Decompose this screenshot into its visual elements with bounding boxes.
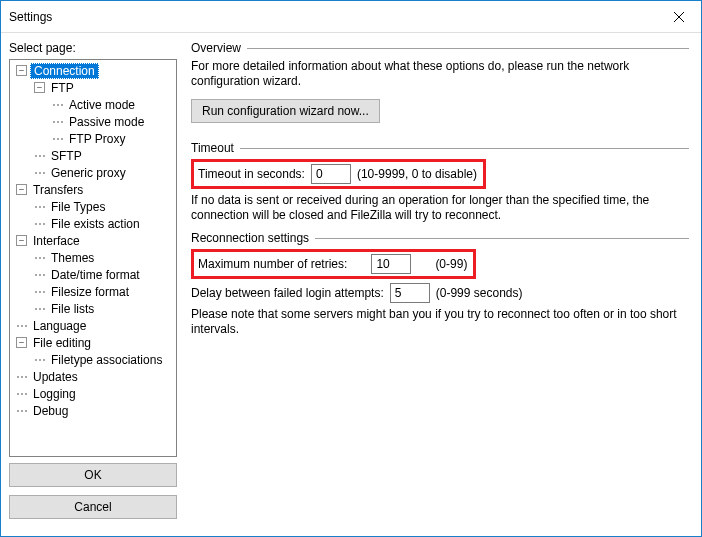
overview-title: Overview — [191, 41, 241, 55]
settings-tree[interactable]: −Connection −FTP ⋯Active mode ⋯Passive m… — [9, 59, 177, 457]
window-title: Settings — [9, 10, 657, 24]
tree-file-editing[interactable]: File editing — [30, 336, 94, 350]
timeout-hint: (10-9999, 0 to disable) — [357, 167, 477, 181]
left-panel: Select page: −Connection −FTP ⋯Active mo… — [1, 33, 185, 535]
timeout-input[interactable] — [311, 164, 351, 184]
tree-ftp[interactable]: FTP — [48, 81, 77, 95]
retries-hint: (0-99) — [435, 257, 467, 271]
expand-icon[interactable]: − — [16, 337, 27, 348]
tree-generic-proxy[interactable]: Generic proxy — [48, 166, 129, 180]
close-icon — [674, 12, 684, 22]
delay-input[interactable] — [390, 283, 430, 303]
expand-icon[interactable]: − — [16, 65, 27, 76]
expand-icon[interactable]: − — [16, 184, 27, 195]
tree-debug[interactable]: Debug — [30, 404, 71, 418]
tree-active-mode[interactable]: Active mode — [66, 98, 138, 112]
overview-text: For more detailed information about what… — [191, 59, 689, 89]
tree-datetime[interactable]: Date/time format — [48, 268, 143, 282]
tree-themes[interactable]: Themes — [48, 251, 97, 265]
cancel-button[interactable]: Cancel — [9, 495, 177, 519]
expand-icon[interactable]: − — [16, 235, 27, 246]
tree-file-types[interactable]: File Types — [48, 200, 108, 214]
reconnect-title: Reconnection settings — [191, 231, 309, 245]
tree-sftp[interactable]: SFTP — [48, 149, 85, 163]
ok-button[interactable]: OK — [9, 463, 177, 487]
tree-logging[interactable]: Logging — [30, 387, 79, 401]
settings-content: Overview For more detailed information a… — [185, 33, 701, 535]
tree-filesize[interactable]: Filesize format — [48, 285, 132, 299]
tree-filelists[interactable]: File lists — [48, 302, 97, 316]
run-wizard-button[interactable]: Run configuration wizard now... — [191, 99, 380, 123]
tree-connection[interactable]: Connection — [30, 63, 99, 79]
titlebar: Settings — [1, 1, 701, 33]
tree-passive-mode[interactable]: Passive mode — [66, 115, 147, 129]
tree-interface[interactable]: Interface — [30, 234, 83, 248]
retries-label: Maximum number of retries: — [198, 257, 347, 271]
retries-highlight: Maximum number of retries: (0-99) — [191, 249, 476, 279]
tree-file-exists[interactable]: File exists action — [48, 217, 143, 231]
tree-transfers[interactable]: Transfers — [30, 183, 86, 197]
timeout-desc: If no data is sent or received during an… — [191, 193, 689, 223]
select-page-label: Select page: — [9, 41, 177, 55]
tree-updates[interactable]: Updates — [30, 370, 81, 384]
timeout-title: Timeout — [191, 141, 234, 155]
tree-ftp-proxy[interactable]: FTP Proxy — [66, 132, 128, 146]
retries-input[interactable] — [371, 254, 411, 274]
delay-label: Delay between failed login attempts: — [191, 286, 384, 300]
reconnect-desc: Please note that some servers might ban … — [191, 307, 689, 337]
timeout-label: Timeout in seconds: — [198, 167, 305, 181]
timeout-highlight: Timeout in seconds: (10-9999, 0 to disab… — [191, 159, 486, 189]
close-button[interactable] — [657, 1, 701, 32]
delay-hint: (0-999 seconds) — [436, 286, 523, 300]
tree-language[interactable]: Language — [30, 319, 89, 333]
expand-icon[interactable]: − — [34, 82, 45, 93]
tree-filetype-assoc[interactable]: Filetype associations — [48, 353, 165, 367]
